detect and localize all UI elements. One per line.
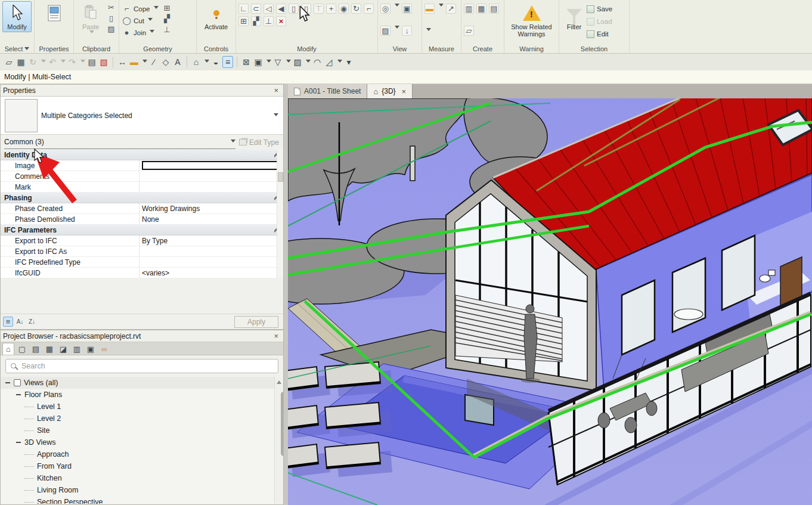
properties-toggle-button[interactable] — [39, 1, 70, 25]
pin-icon[interactable]: ⊤ — [314, 4, 324, 14]
switch-windows-icon[interactable]: ▣ — [253, 56, 264, 68]
type-selector[interactable]: Multiple Categories Selected — [1, 97, 283, 135]
browser-home-icon[interactable]: ⌂ — [2, 343, 14, 355]
visibility-lightbulb-icon[interactable]: ◎ — [380, 4, 390, 14]
property-row-export-to-ifc-as[interactable]: Export to IFC As — [1, 246, 283, 257]
corner-view-icon[interactable]: ◿ — [324, 56, 334, 68]
beam-joins-icon[interactable]: ⊞ — [162, 3, 172, 13]
property-row-phase-demolished[interactable]: Phase Demolished None — [1, 214, 283, 225]
sort-default-icon[interactable]: ≡ — [3, 317, 13, 327]
save-icon[interactable]: ▦ — [16, 56, 26, 68]
selection-load-button[interactable]: Load — [587, 16, 612, 27]
scroll-up-icon[interactable] — [277, 378, 281, 384]
tree-item-views-all[interactable]: Views (all) — [1, 377, 283, 389]
view-cube-icon[interactable]: ▣ — [402, 4, 412, 14]
property-row-comments[interactable]: Comments — [1, 171, 283, 182]
match-properties-icon[interactable]: ▨ — [106, 24, 116, 34]
tree-item-kitchen[interactable]: Kitchen — [1, 472, 283, 484]
property-row-ifc-predefined-type[interactable]: IFC Predefined Type — [1, 257, 283, 268]
show-related-warnings-button[interactable]: ! Show Related Warnings — [516, 1, 547, 39]
join-geometry-button[interactable]: ●Join — [122, 27, 159, 38]
close-tab-icon[interactable]: × — [402, 87, 407, 96]
edit-type-button[interactable]: Edit Type — [239, 138, 279, 147]
search-input[interactable] — [21, 362, 252, 370]
activate-controls-button[interactable]: Activate — [201, 1, 232, 32]
selection-edit-button[interactable]: Edit — [587, 29, 612, 39]
collapse-icon[interactable] — [5, 382, 10, 383]
search-views-icon[interactable]: ▣ — [85, 343, 97, 355]
create-similar-icon[interactable]: ▱ — [464, 26, 474, 36]
view-tab-title-sheet[interactable]: A001 - Title Sheet — [288, 84, 367, 98]
measure-between-icon[interactable]: ↗ — [446, 4, 456, 14]
group-header-phasing[interactable]: Phasing — [1, 193, 283, 203]
property-row-ifcguid[interactable]: IfcGUID <varies> — [1, 268, 283, 278]
scale-icon[interactable]: ▞ — [251, 16, 261, 26]
cut-geometry-button[interactable]: ◯Cut — [122, 15, 159, 26]
filter-button[interactable]: Filter — [562, 1, 587, 32]
print-setup-icon[interactable]: ▧ — [98, 56, 109, 68]
rotate-icon[interactable]: ↻ — [351, 4, 361, 14]
unpin-icon[interactable]: ⊥ — [264, 16, 274, 26]
tree-item-level-1[interactable]: Level 1 — [1, 401, 283, 413]
default-3d-view-icon[interactable]: ⌂ — [191, 56, 202, 68]
image-value-field[interactable] — [142, 161, 278, 170]
properties-filter-dropdown[interactable]: Common (3) — [4, 136, 235, 149]
aligned-dimension-icon[interactable]: ↔ — [117, 56, 128, 68]
selection-box-icon[interactable]: ▢ — [16, 343, 28, 355]
properties-panel-label[interactable]: Properties — [35, 45, 73, 52]
section-icon[interactable]: ◒ — [210, 56, 221, 68]
split-icon[interactable]: ▯ — [289, 4, 299, 14]
offset-icon[interactable]: ⊂ — [251, 4, 261, 14]
delete-icon[interactable]: × — [276, 16, 286, 26]
stepping-pavers[interactable] — [288, 362, 392, 477]
collapse-toolbar-icon[interactable]: ▾ — [343, 56, 354, 68]
properties-title-bar[interactable]: Properties × — [1, 85, 283, 97]
thin-lines-icon[interactable]: ≡ — [222, 56, 233, 68]
split-gap-icon[interactable]: ▯ — [301, 4, 311, 14]
collapse-icon[interactable] — [16, 394, 21, 395]
project-browser-title-bar[interactable]: Project Browser - racbasicsampleproject.… — [1, 330, 283, 342]
align-icon[interactable]: ∟ — [238, 4, 249, 14]
property-row-mark[interactable]: Mark — [1, 182, 283, 193]
3d-view-canvas[interactable] — [288, 98, 812, 505]
hatch-region-icon[interactable]: ▨ — [292, 56, 303, 68]
property-row-export-to-ifc[interactable]: Export to IFC By Type — [1, 236, 283, 246]
trim-icon[interactable]: ⌐ — [364, 4, 374, 14]
print-icon[interactable]: ▤ — [86, 56, 97, 68]
property-row-image[interactable]: Image — [1, 160, 283, 171]
tree-scrollbar[interactable] — [274, 377, 283, 504]
sync-icon[interactable]: ↻ — [27, 56, 38, 68]
schedules-icon[interactable]: ▦ — [44, 343, 55, 355]
eraser-icon[interactable]: ◪ — [57, 343, 69, 355]
mirror-draw-icon[interactable]: ◀ — [276, 4, 286, 14]
create-assembly-icon[interactable]: ▦ — [476, 4, 486, 14]
views-list-icon[interactable]: ▤ — [30, 343, 42, 355]
detail-line-icon[interactable]: ∕ — [148, 56, 159, 68]
property-row-phase-created[interactable]: Phase Created Working Drawings — [1, 203, 283, 214]
chevron-down-icon[interactable] — [274, 113, 278, 119]
copy-to-clipboard-icon[interactable]: ▯ — [106, 13, 116, 23]
select-panel-label[interactable]: Select — [0, 45, 34, 52]
properties-scrollbar[interactable] — [277, 150, 283, 278]
tree-item-floor-plans[interactable]: Floor Plans — [1, 389, 283, 401]
measure-ruler-icon[interactable]: ▬ — [424, 4, 435, 14]
cut-to-clipboard-icon[interactable]: ✂ — [106, 2, 116, 13]
ruler-icon[interactable]: ▬ — [129, 56, 140, 68]
group-header-identity-data[interactable]: Identity Data — [1, 150, 283, 160]
tree-item-approach[interactable]: Approach — [1, 448, 283, 460]
tag-icon[interactable]: ◇ — [160, 56, 171, 68]
copy-icon[interactable]: ◉ — [339, 4, 349, 14]
link-icon[interactable]: ∞ — [98, 343, 110, 355]
create-group-icon[interactable]: ▤ — [489, 4, 499, 14]
override-graphics-icon[interactable]: ▨ — [380, 26, 390, 36]
tree-item-section-perspective[interactable]: Section Perspective — [1, 496, 283, 504]
tree-item-living-room[interactable]: Living Room — [1, 484, 283, 496]
revision-cloud-icon[interactable]: ◠ — [312, 56, 323, 68]
undo-icon[interactable]: ↶ — [47, 56, 58, 68]
paste-button[interactable]: Paste — [76, 1, 105, 38]
view-tab-3d[interactable]: ⌂ {3D} × — [367, 84, 413, 98]
view-extents-icon[interactable]: ▽ — [272, 56, 283, 68]
collapse-icon[interactable] — [16, 442, 21, 443]
tree-item-3d-views[interactable]: 3D Views — [1, 436, 283, 448]
browser-search-box[interactable] — [5, 359, 278, 373]
